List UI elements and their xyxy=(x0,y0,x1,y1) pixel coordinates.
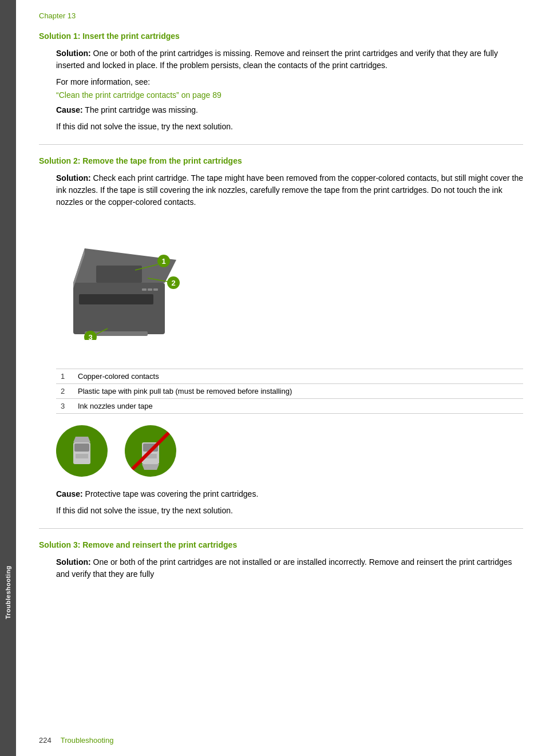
chapter-header: Chapter 13 xyxy=(39,11,523,20)
divider2 xyxy=(39,528,523,529)
solution2-section: Solution 2: Remove the tape from the pri… xyxy=(39,156,523,517)
table-row: 3 Ink nozzles under tape xyxy=(56,399,523,414)
table-row-num: 2 xyxy=(56,384,73,399)
svg-rect-3 xyxy=(79,294,153,304)
svg-text:1: 1 xyxy=(161,257,165,266)
solution1-text: Solution: One or both of the print cartr… xyxy=(56,48,523,72)
main-content: Chapter 13 Solution 1: Insert the print … xyxy=(16,0,546,756)
solution3-bold-label: Solution: xyxy=(56,557,91,567)
solution2-text: Solution: Check each print cartridge. Th… xyxy=(56,172,523,208)
solution3-text: Solution: One or both of the print cartr… xyxy=(56,556,523,580)
solution1-content: Solution: One or both of the print cartr… xyxy=(56,48,523,133)
solution2-if-not-solve: If this did not solve the issue, try the… xyxy=(56,505,523,517)
solution3-heading: Solution 3: Remove and reinsert the prin… xyxy=(39,540,523,549)
solution2-bold-label: Solution: xyxy=(56,173,91,183)
solution1-cause-label: Cause: xyxy=(56,105,83,114)
svg-text:3: 3 xyxy=(88,333,92,340)
table-row-desc: Copper-colored contacts xyxy=(73,369,523,384)
svg-marker-25 xyxy=(142,464,159,470)
table-row-num: 1 xyxy=(56,369,73,384)
page-container: Troubleshooting Chapter 13 Solution 1: I… xyxy=(0,0,546,756)
table-row: 1 Copper-colored contacts xyxy=(56,369,523,384)
svg-rect-6 xyxy=(153,288,158,291)
table-row-num: 3 xyxy=(56,399,73,414)
table-row-desc: Plastic tape with pink pull tab (must be… xyxy=(73,384,523,399)
solution3-body: One or both of the print cartridges are … xyxy=(56,557,512,579)
page-footer: 224 Troubleshooting xyxy=(39,736,113,745)
solution1-section: Solution 1: Insert the print cartridges … xyxy=(39,31,523,133)
solution2-cause: Cause: Protective tape was covering the … xyxy=(56,488,523,500)
solution1-cause: Cause: The print cartridge was missing. xyxy=(56,104,523,116)
footer-section: Troubleshooting xyxy=(61,736,114,745)
table-row: 2 Plastic tape with pink pull tab (must … xyxy=(56,384,523,399)
svg-rect-5 xyxy=(148,288,152,291)
solution1-link: “Clean the print cartridge contacts” on … xyxy=(56,90,523,100)
printer-svg: 1 2 3 xyxy=(56,220,193,340)
solution3-section: Solution 3: Remove and reinsert the prin… xyxy=(39,540,523,580)
icons-row xyxy=(56,425,523,477)
svg-text:2: 2 xyxy=(171,279,175,287)
solution1-cause-text: The print cartridge was missing. xyxy=(83,105,198,114)
footer-page-number: 224 xyxy=(39,736,52,745)
solution1-for-more: For more information, see: xyxy=(56,76,523,88)
incorrect-icon xyxy=(125,425,176,477)
solution2-body: Check each print cartridge. The tape mig… xyxy=(56,173,523,207)
items-table: 1 Copper-colored contacts 2 Plastic tape… xyxy=(56,369,523,414)
solution2-heading: Solution 2: Remove the tape from the pri… xyxy=(39,156,523,165)
solution1-body: One or both of the print cartridges is m… xyxy=(56,49,498,70)
svg-marker-21 xyxy=(73,437,90,442)
sidebar: Troubleshooting xyxy=(0,0,16,756)
incorrect-icon-container xyxy=(125,425,176,477)
solution2-cause-text: Protective tape was covering the print c… xyxy=(83,489,259,498)
sidebar-label: Troubleshooting xyxy=(5,565,11,619)
solution2-content: Solution: Check each print cartridge. Th… xyxy=(56,172,523,517)
correct-cartridge-svg xyxy=(62,431,102,471)
divider1 xyxy=(39,144,523,145)
solution1-link-text[interactable]: “Clean the print cartridge contacts” on … xyxy=(56,90,221,100)
solution1-if-not-solve: If this did not solve the issue, try the… xyxy=(56,121,523,133)
solution1-heading: Solution 1: Insert the print cartridges xyxy=(39,31,523,41)
svg-rect-4 xyxy=(142,288,147,291)
solution2-cause-label: Cause: xyxy=(56,489,83,498)
correct-icon xyxy=(56,425,108,477)
svg-rect-19 xyxy=(74,444,89,452)
svg-rect-20 xyxy=(76,454,88,458)
solution3-content: Solution: One or both of the print cartr… xyxy=(56,556,523,580)
svg-rect-7 xyxy=(96,266,142,283)
solution1-bold-label: Solution: xyxy=(56,49,91,58)
printer-illustration: 1 2 3 xyxy=(56,220,523,357)
table-row-desc: Ink nozzles under tape xyxy=(73,399,523,414)
